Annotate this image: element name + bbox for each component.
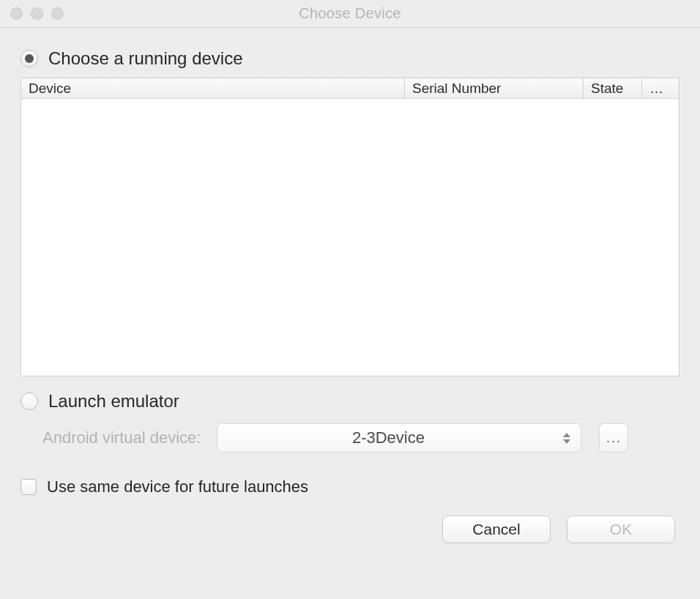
window-controls — [0, 7, 64, 20]
avd-label: Android virtual device: — [42, 428, 201, 447]
column-header-more[interactable]: … — [642, 78, 679, 98]
avd-selected-value: 2-3Device — [217, 428, 559, 447]
avd-row: Android virtual device: 2-3Device ... — [42, 423, 679, 453]
cancel-button[interactable]: Cancel — [442, 516, 551, 543]
dialog-content: Choose a running device Device Serial Nu… — [0, 28, 700, 557]
column-header-device[interactable]: Device — [21, 78, 405, 98]
launch-emulator-label: Launch emulator — [48, 391, 179, 412]
select-stepper-icon — [559, 433, 575, 444]
device-table-header: Device Serial Number State … — [21, 78, 679, 99]
choose-running-radio[interactable] — [21, 50, 38, 67]
minimize-window-icon[interactable] — [31, 7, 43, 20]
window-title: Choose Device — [0, 5, 700, 22]
use-same-device-label: Use same device for future launches — [47, 477, 308, 496]
avd-browse-button[interactable]: ... — [599, 423, 628, 453]
launch-emulator-radio[interactable] — [21, 392, 38, 410]
device-table: Device Serial Number State … — [21, 78, 679, 376]
use-same-device-option[interactable]: Use same device for future launches — [21, 477, 679, 496]
titlebar: Choose Device — [0, 0, 700, 28]
choose-running-option[interactable]: Choose a running device — [21, 48, 679, 69]
choose-running-label: Choose a running device — [48, 48, 243, 69]
column-header-serial[interactable]: Serial Number — [405, 78, 584, 98]
dialog-buttons: Cancel OK — [21, 516, 679, 543]
ok-button: OK — [567, 516, 675, 543]
device-table-body[interactable] — [21, 99, 679, 376]
avd-select[interactable]: 2-3Device — [217, 423, 581, 453]
zoom-window-icon[interactable] — [51, 7, 64, 20]
close-window-icon[interactable] — [10, 7, 23, 20]
ellipsis-icon: ... — [606, 431, 622, 446]
use-same-device-checkbox[interactable] — [21, 479, 37, 495]
launch-emulator-option[interactable]: Launch emulator — [21, 391, 679, 412]
column-header-state[interactable]: State — [584, 78, 642, 98]
